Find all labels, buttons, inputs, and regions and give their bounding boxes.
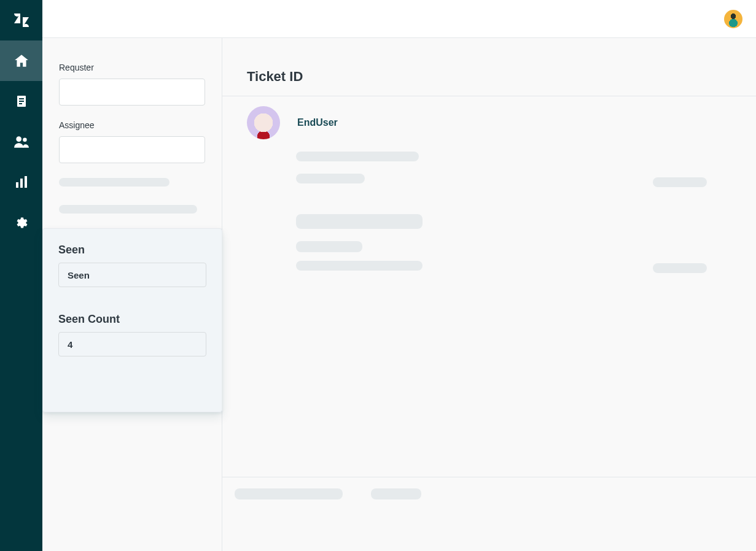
skeleton-bar — [371, 488, 421, 499]
assignee-label: Assignee — [59, 120, 205, 130]
nav-document[interactable] — [0, 81, 42, 121]
skeleton-bar — [296, 241, 362, 252]
skeleton-bar — [296, 174, 365, 183]
svg-rect-6 — [16, 182, 18, 188]
svg-rect-8 — [25, 176, 27, 188]
skeleton-bar — [296, 214, 423, 229]
skeleton-bar — [235, 488, 343, 499]
skeleton-bar — [59, 178, 170, 187]
logo-icon — [0, 0, 42, 40]
seen-widget: Seen Seen Seen Count 4 — [42, 228, 222, 412]
requester-label: Requster — [59, 63, 205, 72]
svg-rect-7 — [20, 179, 23, 188]
nav-stats[interactable] — [0, 162, 42, 202]
seen-count-value: 4 — [68, 339, 72, 350]
seen-value-field[interactable]: Seen — [58, 263, 206, 287]
svg-point-4 — [16, 136, 21, 142]
svg-rect-2 — [19, 101, 24, 102]
requester-input[interactable] — [59, 79, 205, 106]
svg-rect-3 — [19, 103, 22, 104]
svg-rect-1 — [19, 98, 24, 99]
seen-label: Seen — [58, 244, 206, 256]
user-avatar[interactable] — [724, 10, 742, 28]
skeleton-bar — [296, 152, 419, 161]
nav-settings[interactable] — [0, 202, 42, 243]
enduser-avatar[interactable] — [247, 106, 280, 139]
seen-value: Seen — [68, 270, 90, 280]
topbar — [42, 0, 756, 38]
nav-people[interactable] — [0, 121, 42, 162]
seen-count-field[interactable]: 4 — [58, 332, 206, 356]
nav-rail — [0, 0, 42, 551]
assignee-input[interactable] — [59, 136, 205, 163]
ticket-properties-panel: Requster Assignee Seen Seen — [42, 38, 222, 551]
enduser-name: EndUser — [297, 117, 338, 128]
skeleton-bar — [653, 177, 707, 187]
compose-area — [222, 477, 756, 551]
nav-home[interactable] — [0, 40, 42, 81]
ticket-title: Ticket ID — [247, 69, 756, 85]
skeleton-bar — [653, 263, 707, 273]
skeleton-bar — [59, 205, 197, 214]
seen-count-label: Seen Count — [58, 313, 206, 326]
svg-point-5 — [23, 138, 26, 142]
ticket-panel: Ticket ID EndUser — [222, 38, 756, 551]
skeleton-bar — [296, 261, 423, 271]
